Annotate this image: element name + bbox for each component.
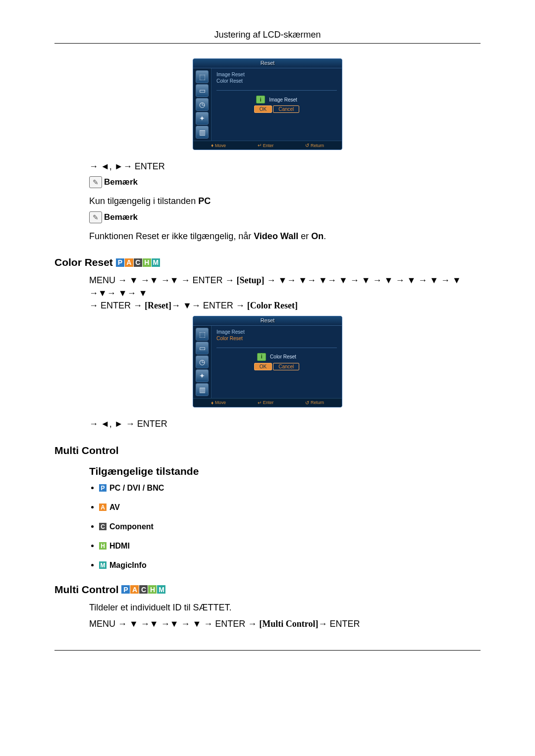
note-text-2: Funktionen Reset er ikke tilgængelig, nå…: [89, 230, 481, 243]
osd-icon-setup: ✦: [196, 369, 209, 382]
badge-c-icon: C: [134, 258, 142, 267]
badge-p-icon: P: [99, 484, 107, 492]
heading-color-reset: Color Reset P A C H M: [54, 256, 481, 268]
osd-icon-input: ⬚: [196, 70, 209, 83]
badge-a-icon: A: [125, 258, 133, 267]
badge-a-icon: A: [130, 585, 139, 594]
osd-icon-setup: ✦: [196, 112, 209, 125]
badge-p-icon: P: [116, 258, 124, 267]
mode-item-magicinfo: MMagicInfo: [99, 560, 481, 570]
badge-p-icon: P: [121, 585, 130, 594]
badge-c-icon: C: [99, 523, 107, 530]
heading-multi-control-2: Multi Control P A C H M: [54, 584, 481, 596]
osd-icon-multi: ▥: [196, 126, 209, 139]
note-label: Bemærk: [104, 212, 138, 222]
mode-list: PPC / DVI / BNC AAV CComponent HHDMI MMa…: [89, 483, 481, 570]
osd-foot-move: ♦Move: [211, 400, 226, 405]
osd-foot-return: ↺Return: [305, 400, 324, 405]
osd-sidebar: ⬚ ▭ ◷ ✦ ▥: [193, 68, 212, 141]
mode-item-component: CComponent: [99, 522, 481, 531]
osd-menu-image-reset: Image Reset: [216, 71, 337, 78]
osd-sidebar: ⬚ ▭ ◷ ✦ ▥: [193, 326, 212, 398]
info-icon: i: [256, 96, 265, 103]
nav-sequence: → ◄, ►→ ENTER: [89, 160, 481, 173]
osd-ok-button: OK: [254, 105, 272, 113]
osd-icon-multi: ▥: [196, 383, 209, 396]
osd-screenshot-reset-color: Reset ⬚ ▭ ◷ ✦ ▥ Image Reset Color Reset …: [193, 316, 342, 407]
note-label: Bemærk: [104, 177, 138, 187]
osd-title: Reset: [193, 59, 342, 68]
osd-title: Reset: [193, 316, 342, 326]
badge-h-icon: H: [99, 542, 107, 550]
badge-m-icon: M: [152, 258, 160, 267]
note-icon: ✎: [89, 176, 102, 188]
osd-menu-color-reset: Color Reset: [216, 335, 337, 342]
badge-m-icon: M: [157, 585, 165, 594]
mode-item-av: AAV: [99, 503, 481, 512]
osd-cancel-button: Cancel: [273, 105, 299, 113]
osd-menu-color-reset: Color Reset: [216, 78, 337, 84]
info-icon: i: [257, 353, 266, 361]
osd-foot-return: ↺Return: [305, 143, 324, 148]
badge-c-icon: C: [139, 585, 148, 594]
footer-divider: [54, 650, 481, 651]
note-text-1: Kun tilgængelig i tilstanden PC: [89, 195, 481, 207]
badge-a-icon: A: [99, 504, 107, 511]
heading-multi-control: Multi Control: [54, 445, 481, 456]
osd-menu-image-reset: Image Reset: [216, 329, 337, 335]
multi-control-desc: Tildeler et individuelt ID til SÆTTET.: [89, 602, 481, 614]
osd-icon-picture: ▭: [196, 84, 209, 97]
badge-h-icon: H: [148, 585, 157, 594]
heading-available-modes: Tilgængelige tilstande: [89, 465, 481, 477]
osd-icon-time: ◷: [196, 355, 209, 368]
osd-dialog-label: Image Reset: [269, 97, 297, 102]
osd-ok-button: OK: [254, 363, 272, 370]
note-icon: ✎: [89, 211, 102, 223]
badge-h-icon: H: [143, 258, 151, 267]
osd-screenshot-reset-image: Reset ⬚ ▭ ◷ ✦ ▥ Image Reset Color Reset …: [193, 58, 342, 150]
nav-sequence: → ◄, ► → ENTER: [89, 417, 481, 431]
menu-path-multi-control: MENU → ▼ →▼ →▼ → ▼ → ENTER → [Multi Cont…: [89, 618, 481, 630]
osd-foot-enter: ↵Enter: [258, 143, 274, 148]
osd-icon-input: ⬚: [196, 328, 209, 341]
mode-item-pc: PPC / DVI / BNC: [99, 483, 481, 493]
badge-m-icon: M: [99, 561, 107, 569]
osd-icon-picture: ▭: [196, 342, 209, 354]
menu-path-color-reset: MENU → ▼ →▼ →▼ → ENTER → [Setup] → ▼→ ▼→…: [89, 274, 481, 312]
osd-dialog-label: Color Reset: [270, 354, 296, 359]
osd-cancel-button: Cancel: [273, 363, 299, 370]
osd-foot-enter: ↵Enter: [258, 400, 274, 405]
osd-icon-time: ◷: [196, 98, 209, 111]
osd-foot-move: ♦Move: [211, 143, 226, 148]
page-title: Justering af LCD-skærmen: [54, 30, 481, 44]
mode-item-hdmi: HHDMI: [99, 541, 481, 551]
